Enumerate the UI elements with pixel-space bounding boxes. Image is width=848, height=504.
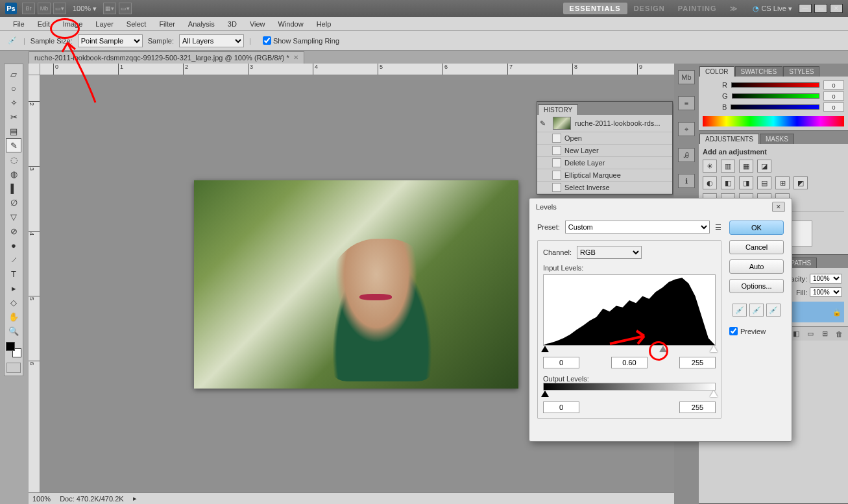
tool-stamp[interactable]: ▌: [6, 181, 21, 195]
history-item[interactable]: New Layer: [537, 145, 672, 157]
menu-edit[interactable]: Edit: [31, 18, 56, 30]
adj-exposure-icon[interactable]: ◪: [757, 160, 771, 173]
history-item[interactable]: Select Inverse: [537, 182, 672, 194]
titlebar-bridge-button[interactable]: Br: [22, 3, 35, 14]
midtone-slider[interactable]: [659, 346, 667, 352]
tool-brush[interactable]: ◍: [6, 167, 21, 181]
tool-dodge[interactable]: ⟋: [6, 252, 21, 267]
options-button[interactable]: Options...: [729, 279, 784, 293]
menu-filter[interactable]: Filter: [152, 18, 181, 30]
black-point-slider[interactable]: [541, 346, 549, 352]
workspace-painting[interactable]: PAINTING: [672, 3, 723, 14]
adj-hue-icon[interactable]: ◧: [721, 176, 735, 189]
history-item[interactable]: Delete Layer: [537, 157, 672, 169]
dock-button[interactable]: Mb: [678, 70, 695, 84]
input-gamma-field[interactable]: [611, 357, 648, 368]
adj-brightness-icon[interactable]: ☀: [703, 160, 717, 173]
sample-size-select[interactable]: Point Sample: [78, 34, 143, 47]
preset-menu-icon[interactable]: ☰: [715, 223, 721, 232]
output-sliders[interactable]: [543, 390, 716, 400]
group-icon[interactable]: ▭: [805, 330, 816, 339]
b-slider[interactable]: [731, 104, 819, 110]
close-tab-icon[interactable]: ✕: [293, 54, 298, 61]
history-item[interactable]: Elliptical Marquee: [537, 169, 672, 182]
tool-gradient[interactable]: ⊘: [6, 224, 21, 238]
input-black-field[interactable]: [543, 357, 579, 368]
titlebar-zoom[interactable]: 100% ▾: [73, 5, 97, 13]
titlebar-screenmode2-button[interactable]: ▭▾: [119, 3, 132, 14]
menu-window[interactable]: Window: [272, 18, 310, 30]
swatches-tab[interactable]: SWATCHES: [735, 66, 783, 77]
current-tool-icon[interactable]: 💉: [6, 35, 18, 47]
dock-button[interactable]: ≡: [678, 96, 695, 110]
adj-curves-icon[interactable]: ▦: [739, 160, 753, 173]
spectrum-bar[interactable]: [703, 116, 844, 126]
masks-tab[interactable]: MASKS: [760, 134, 794, 144]
tool-type[interactable]: T: [6, 267, 21, 281]
menu-analysis[interactable]: Analysis: [182, 18, 221, 30]
dock-button[interactable]: ℹ: [678, 174, 695, 188]
tool-marquee[interactable]: ○: [6, 81, 21, 95]
tool-lasso[interactable]: ✧: [6, 95, 21, 110]
titlebar-minibridge-button[interactable]: Mb: [38, 3, 51, 14]
window-minimize[interactable]: —: [799, 4, 812, 13]
ruler-origin[interactable]: [29, 64, 40, 75]
black-eyedropper-icon[interactable]: 💉: [733, 304, 747, 317]
tool-move[interactable]: ▱: [6, 67, 21, 81]
g-value[interactable]: 0: [823, 91, 844, 101]
dock-button[interactable]: ⌖: [678, 122, 695, 136]
opacity-select[interactable]: 100%: [810, 274, 842, 283]
window-maximize[interactable]: ▭: [814, 4, 827, 13]
adj-colorbal-icon[interactable]: ◨: [739, 176, 753, 189]
tool-shape[interactable]: ◇: [6, 295, 21, 309]
window-close[interactable]: ✕: [830, 4, 843, 13]
adj-channelmix-icon[interactable]: ◩: [793, 176, 808, 189]
history-panel[interactable]: HISTORY ✎ ruche-2011-lookbook-rds... Ope…: [537, 101, 673, 195]
ruler-horizontal[interactable]: 0123456789: [40, 64, 674, 75]
fill-select[interactable]: 100%: [810, 287, 842, 297]
tool-eraser[interactable]: ▽: [6, 210, 21, 224]
quickmask-button[interactable]: [6, 363, 21, 373]
white-eyedropper-icon[interactable]: 💉: [766, 304, 781, 317]
new-layer-icon[interactable]: ⊞: [819, 330, 830, 339]
color-swatches[interactable]: [6, 342, 21, 357]
output-white-field[interactable]: [679, 402, 716, 413]
trash-icon[interactable]: 🗑: [834, 330, 844, 339]
menu-select[interactable]: Select: [120, 18, 153, 30]
tool-hand[interactable]: ✋: [6, 309, 21, 324]
document-tab[interactable]: ruche-2011-lookbook-rdsmmzqqc-99129-500-…: [29, 51, 304, 64]
history-tab[interactable]: HISTORY: [538, 104, 578, 115]
menu-3d[interactable]: 3D: [221, 18, 243, 30]
sampling-ring-checkbox[interactable]: [263, 36, 271, 45]
tool-blur[interactable]: ●: [6, 238, 21, 252]
r-slider[interactable]: [731, 82, 819, 88]
tool-eyedropper[interactable]: ✎: [6, 138, 21, 152]
history-brush-column[interactable]: ✎: [540, 119, 549, 128]
menu-layer[interactable]: Layer: [89, 18, 120, 30]
menu-file[interactable]: File: [6, 18, 31, 30]
tool-heal[interactable]: ◌: [6, 152, 21, 167]
g-slider[interactable]: [732, 93, 819, 99]
input-white-field[interactable]: [679, 357, 716, 368]
levels-dialog[interactable]: Levels ✕ Preset: Custom ☰ Channel: RGB I…: [529, 198, 792, 442]
preview-checkbox[interactable]: [729, 327, 738, 335]
adj-levels-icon[interactable]: ▥: [721, 160, 735, 173]
workspace-design[interactable]: DESIGN: [627, 3, 672, 14]
adj-layer-icon[interactable]: ◧: [791, 330, 801, 339]
workspace-essentials[interactable]: ESSENTIALS: [563, 3, 627, 14]
output-white-slider[interactable]: [710, 390, 718, 397]
gray-eyedropper-icon[interactable]: 💉: [749, 304, 764, 317]
auto-button[interactable]: Auto: [729, 259, 784, 274]
ok-button[interactable]: OK: [729, 221, 784, 235]
white-point-slider[interactable]: [710, 346, 718, 352]
titlebar-arrange-button[interactable]: ▦▾: [103, 3, 116, 14]
cslive-button[interactable]: ◔CS Live ▾: [753, 5, 792, 13]
sample-select[interactable]: All Layers: [179, 34, 244, 47]
input-sliders[interactable]: [543, 346, 716, 355]
cancel-button[interactable]: Cancel: [729, 240, 784, 254]
b-value[interactable]: 0: [823, 102, 844, 112]
status-doc-size[interactable]: Doc: 470.2K/470.2K: [60, 495, 123, 503]
color-tab[interactable]: COLOR: [699, 66, 734, 77]
workspace-more[interactable]: ≫: [723, 3, 745, 15]
styles-tab[interactable]: STYLES: [783, 66, 819, 77]
